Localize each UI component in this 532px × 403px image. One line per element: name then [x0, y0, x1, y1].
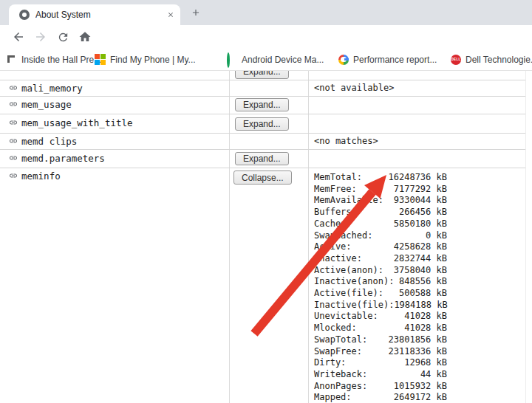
meminfo-line: Mlocked:41028 kB [314, 323, 447, 334]
page-favicon [19, 10, 30, 20]
toolbar: Chrome chrome:// system [0, 25, 532, 49]
reload-button[interactable] [52, 31, 74, 44]
collapse-button-meminfo[interactable]: Collapse... [233, 170, 292, 185]
back-button[interactable] [7, 30, 30, 44]
meminfo-line: Dirty:12968 kB [314, 357, 447, 369]
meminfo-pre: MemTotal:16248736 kBMemFree:7177292 kBMe… [314, 172, 447, 403]
row-name: memd.parameters [21, 153, 105, 164]
row-memd-clips: memd clips [9, 135, 77, 147]
tab-close-icon[interactable] [167, 11, 174, 18]
android-icon [226, 54, 237, 65]
expand-button-mem-usage[interactable]: Expand... [235, 98, 289, 111]
link-icon[interactable] [9, 137, 18, 145]
meminfo-line: Unevictable:41028 kB [314, 311, 447, 323]
meminfo-line: Active:4258628 kB [314, 241, 447, 253]
row-divider [0, 80, 525, 80]
row-name: meminfo [21, 170, 61, 182]
row-divider [0, 114, 525, 114]
row-divider [0, 149, 525, 150]
link-icon[interactable] [9, 154, 18, 162]
tab-about-system[interactable]: About System [9, 4, 180, 25]
dell-icon: DELL [451, 55, 461, 65]
row-value: <no matches> [314, 136, 378, 146]
bookmarks-bar: Inside the Hall Pre... Find My Phone | M… [0, 49, 532, 71]
meminfo-line: SwapTotal:23801856 kB [314, 334, 447, 346]
expand-button-mem-usage-with-title[interactable]: Expand... [235, 117, 289, 131]
bookmark-android-device[interactable]: Android Device Ma... [226, 49, 324, 70]
bookmark-find-my-phone[interactable]: Find My Phone | My... [95, 49, 196, 70]
tab-title: About System [35, 10, 167, 20]
new-tab-button[interactable] [191, 7, 201, 18]
meminfo-line: MemTotal:16248736 kB [314, 172, 447, 184]
row-mem-usage: mem_usage [9, 98, 72, 110]
row-value: <not available> [314, 83, 394, 93]
column-divider-1 [229, 71, 230, 403]
meminfo-line: Active(anon):3758040 kB [314, 265, 447, 277]
microsoft-icon [95, 54, 106, 65]
meminfo-line: AnonPages:1015932 kB [314, 381, 447, 393]
scrollbar-track[interactable] [525, 71, 526, 403]
row-memd-parameters: memd.parameters [9, 152, 105, 164]
system-table: Expand... mali_memory <not available> me… [0, 71, 532, 403]
expand-button-memd-parameters[interactable]: Expand... [235, 152, 289, 165]
meminfo-line: SwapFree:23118336 kB [314, 346, 447, 358]
meminfo-line: Cached:5850180 kB [314, 218, 447, 230]
meminfo-line: Buffers:266456 kB [314, 207, 447, 218]
link-icon[interactable] [9, 100, 18, 108]
column-divider-2 [308, 71, 309, 403]
meminfo-line: MemAvailable:9330044 kB [314, 195, 447, 207]
row-name: memd clips [21, 136, 77, 147]
bookmark-dell[interactable]: DELL Dell Technologie... [451, 49, 532, 70]
meminfo-line: SwapCached:0 kB [314, 230, 447, 242]
row-name: mem_usage [21, 99, 72, 110]
row-mem-usage-with-title: mem_usage_with_title [9, 117, 133, 128]
forward-button[interactable] [30, 30, 52, 44]
link-icon[interactable] [9, 83, 18, 92]
bookmark-performance-report[interactable]: Performance report... [338, 49, 437, 70]
row-name: mali_memory [21, 83, 83, 94]
meminfo-line: Inactive(file):1984188 kB [314, 300, 447, 311]
row-mali-memory: mali_memory [9, 82, 83, 94]
google-icon [338, 55, 349, 65]
meminfo-line: Active(file):500588 kB [314, 288, 447, 300]
inside-the-hall-icon [6, 54, 17, 65]
link-icon[interactable] [9, 118, 18, 127]
row-divider [0, 133, 525, 134]
meminfo-line: Inactive:2832744 kB [314, 253, 447, 265]
browser-window: About System Chrome chrome:// system [0, 0, 532, 403]
expand-button-partial[interactable]: Expand... [235, 71, 289, 79]
row-meminfo: meminfo [9, 170, 61, 182]
row-name: mem_usage_with_title [21, 117, 133, 128]
home-button[interactable] [74, 30, 96, 44]
bookmark-inside-the-hall[interactable]: Inside the Hall Pre... [6, 49, 101, 70]
row-divider [0, 168, 525, 168]
meminfo-line: Mapped:2649172 kB [314, 392, 447, 403]
meminfo-line: Inactive(anon):848556 kB [314, 276, 447, 288]
meminfo-line: MemFree:7177292 kB [314, 184, 447, 196]
link-icon[interactable] [9, 171, 18, 180]
meminfo-line: Writeback:44 kB [314, 369, 447, 381]
row-divider [0, 96, 525, 97]
tab-strip: About System [0, 0, 532, 25]
